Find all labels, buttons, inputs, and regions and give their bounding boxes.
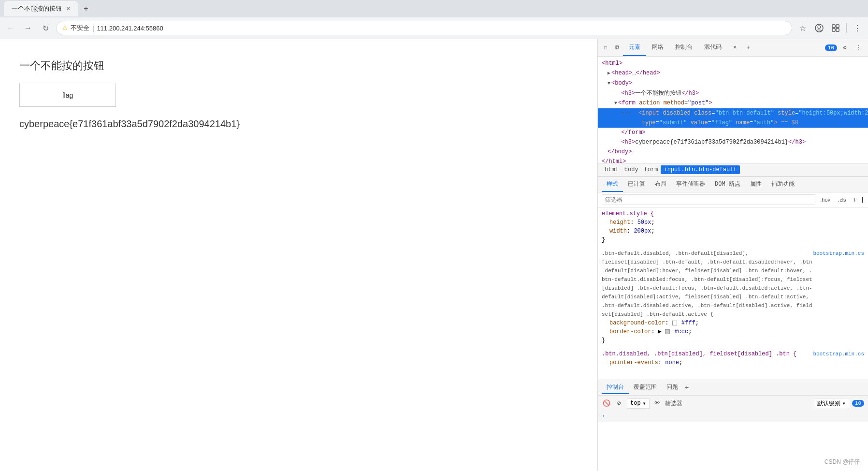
- styles-tab-dom-breakpoints[interactable]: DOM 断点: [710, 177, 745, 192]
- html-line-html-close: </html>: [598, 157, 868, 163]
- css-rule-btn-default-disabled: .btn-default.disabled, .btn-default[disa…: [598, 247, 868, 347]
- tab-sources[interactable]: 源代码: [698, 39, 727, 56]
- html-line-input[interactable]: ··· <input disabled class="btn btn-defau…: [598, 108, 868, 118]
- html-line-body-close: </body>: [598, 147, 868, 157]
- devtools-device-icon[interactable]: ⧉: [611, 42, 623, 54]
- console-eye-icon[interactable]: 👁: [652, 398, 662, 408]
- svg-rect-2: [832, 25, 835, 28]
- reload-button[interactable]: ↻: [39, 21, 52, 35]
- html-line-h3-flag: <h3>cyberpeace{e71f361abf33a5d7902f2da30…: [598, 137, 868, 147]
- styles-tab-accessibility[interactable]: 辅助功能: [767, 177, 799, 192]
- devtools-tab-bar: ☐ ⧉ 元素 网络 控制台 源代码 » + 10 ⚙ ⋮: [598, 39, 868, 57]
- tab-close-button[interactable]: ✕: [66, 5, 71, 12]
- top-frame-chevron: ▾: [643, 400, 646, 407]
- svg-rect-3: [836, 25, 839, 28]
- page-content: 一个不能按的按钮 flag cyberpeace{e71f361abf33a5d…: [0, 39, 597, 471]
- forward-button[interactable]: →: [21, 21, 35, 35]
- css-rule-btn-disabled: .btn.disabled, .btn[disabled], fieldset[…: [598, 348, 868, 369]
- breadcrumb-bar: html body form input.btn.btn-default: [598, 163, 868, 177]
- browser-menu-button[interactable]: ⋮: [851, 21, 864, 35]
- active-tab[interactable]: 一个不能按的按钮 ✕: [4, 1, 78, 16]
- css-rule-element-style: element.style { height: 50px; width: 200…: [598, 207, 868, 246]
- breadcrumb-body[interactable]: body: [622, 165, 641, 174]
- styles-panel: 样式 已计算 布局 事件侦听器 DOM 断点 属性 辅助功能 :hov .cls…: [598, 177, 868, 380]
- html-line-head: ▶<head>…</head>: [598, 68, 868, 78]
- console-filter-label: 筛选器: [665, 399, 682, 408]
- toolbar-right: ☆ ⋮: [796, 21, 864, 35]
- html-line-html: <html>: [598, 59, 868, 68]
- breadcrumb-input[interactable]: input.btn.btn-default: [661, 165, 739, 174]
- css-filter-input[interactable]: [602, 194, 815, 205]
- console-tab-coverage[interactable]: 覆盖范围: [629, 381, 662, 394]
- prompt-arrow: ›: [602, 413, 605, 420]
- reload-icon: ↻: [43, 24, 49, 33]
- ctf-flag-text: cyberpeace{e71f361abf33a5d7902f2da309421…: [19, 118, 578, 130]
- security-label: 不安全: [71, 24, 89, 32]
- back-button[interactable]: ←: [4, 21, 17, 35]
- devtools-add-tab-icon[interactable]: +: [742, 42, 754, 54]
- styles-tabs: 样式 已计算 布局 事件侦听器 DOM 断点 属性 辅助功能: [598, 177, 868, 192]
- forward-icon: →: [24, 24, 32, 32]
- add-console-tab-button[interactable]: +: [683, 382, 691, 394]
- default-level-selector[interactable]: 默认级别 ▾: [814, 398, 849, 409]
- filter-bar: :hov .cls + |: [598, 192, 868, 207]
- flag-button[interactable]: flag: [19, 83, 116, 107]
- console-clear-icon[interactable]: 🚫: [602, 398, 611, 408]
- tab-more[interactable]: »: [727, 39, 742, 56]
- styles-tab-computed[interactable]: 已计算: [623, 177, 650, 192]
- console-prompt[interactable]: ›: [598, 411, 868, 422]
- nav-bar: ← → ↻ ⚠ 不安全 | 111.200.241.244:55860 ☆: [0, 17, 868, 39]
- breadcrumb-html[interactable]: html: [602, 165, 622, 174]
- styles-tab-listeners[interactable]: 事件侦听器: [671, 177, 710, 192]
- devtools-inspect-icon[interactable]: ☐: [600, 42, 611, 54]
- devtools-settings-icon[interactable]: ⚙: [839, 42, 851, 54]
- styles-tab-layout[interactable]: 布局: [650, 177, 671, 192]
- tab-network[interactable]: 网络: [646, 39, 669, 56]
- back-icon: ←: [7, 24, 14, 32]
- devtools-more-icon[interactable]: ⋮: [853, 42, 864, 54]
- bookmark-star-icon[interactable]: ☆: [796, 21, 810, 35]
- hov-button[interactable]: :hov: [817, 196, 833, 204]
- address-separator: |: [92, 25, 94, 32]
- html-line-body: ▼<body>: [598, 78, 868, 88]
- svg-point-1: [818, 26, 821, 29]
- console-tab-console[interactable]: 控制台: [602, 381, 629, 394]
- bootstrap-css-link-2[interactable]: bootstrap.min.cs: [813, 350, 864, 358]
- watermark: CSDN @仔仔_: [825, 458, 863, 466]
- tab-bar: 一个不能按的按钮 ✕ +: [0, 0, 868, 17]
- default-level-label: 默认级别: [817, 399, 840, 408]
- bg-color-swatch[interactable]: [672, 321, 677, 325]
- breadcrumb-form[interactable]: form: [641, 165, 661, 174]
- address-bar[interactable]: ⚠ 不安全 | 111.200.241.244:55860: [56, 21, 792, 35]
- svg-rect-4: [832, 29, 835, 31]
- console-tab-issues[interactable]: 问题: [662, 381, 683, 394]
- console-block-icon[interactable]: ⊘: [614, 398, 624, 408]
- console-toolbar: 🚫 ⊘ top ▾ 👁 筛选器 默认级别 ▾ 10: [598, 396, 868, 411]
- tab-title: 一个不能按的按钮: [12, 4, 62, 13]
- html-line-form-close: </form>: [598, 128, 868, 137]
- divider: [846, 23, 847, 33]
- tab-console[interactable]: 控制台: [669, 39, 698, 56]
- styles-tab-properties[interactable]: 属性: [745, 177, 767, 192]
- address-text: 111.200.241.244:55860: [97, 25, 163, 32]
- border-color-swatch[interactable]: [665, 329, 670, 334]
- tab-elements[interactable]: 元素: [623, 39, 646, 56]
- html-line-form: ▼<form action method="post">: [598, 98, 868, 108]
- html-line-input-cont: type="submit" value="flag" name="auth"> …: [598, 118, 868, 128]
- profile-icon[interactable]: [812, 21, 826, 35]
- cls-button[interactable]: .cls: [835, 196, 849, 204]
- extensions-icon[interactable]: [829, 21, 842, 35]
- new-tab-button[interactable]: +: [80, 3, 92, 15]
- add-style-button[interactable]: +: [851, 195, 859, 205]
- console-bar: 控制台 覆盖范围 问题 + 🚫 ⊘ top ▾ 👁 筛选器 默认级别 ▾: [598, 380, 868, 422]
- style-panel-resize: |: [861, 196, 864, 203]
- top-frame-selector[interactable]: top ▾: [627, 398, 650, 409]
- elements-panel: <html> ▶<head>…</head> ▼<body> <h3>一个不能按…: [598, 57, 868, 163]
- html-line-h3: <h3>一个不能按的按钮</h3>: [598, 88, 868, 98]
- main-area: 一个不能按的按钮 flag cyberpeace{e71f361abf33a5d…: [0, 39, 868, 471]
- elements-count-badge: 10: [825, 44, 837, 51]
- page-title: 一个不能按的按钮: [19, 59, 578, 73]
- bootstrap-css-link-1[interactable]: bootstrap.min.cs: [813, 249, 864, 319]
- devtools-panel: ☐ ⧉ 元素 网络 控制台 源代码 » + 10 ⚙ ⋮ <html> ▶<he…: [597, 39, 868, 471]
- styles-tab-styles[interactable]: 样式: [602, 177, 623, 192]
